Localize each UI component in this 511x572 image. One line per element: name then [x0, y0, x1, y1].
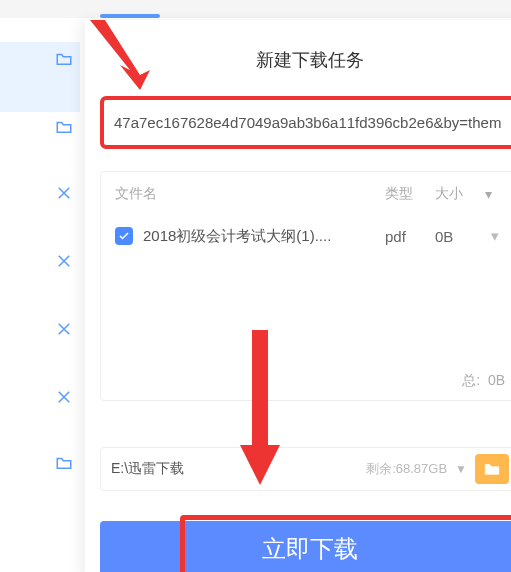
file-row[interactable]: 2018初级会计考试大纲(1).... pdf 0B ▾: [115, 216, 505, 256]
dialog-title: 新建下载任务: [100, 20, 511, 96]
col-name: 文件名: [115, 185, 385, 203]
total-size: 总: 0B: [462, 372, 505, 390]
chevron-down-icon[interactable]: ▼: [447, 462, 475, 476]
browse-folder-button[interactable]: [475, 454, 509, 484]
download-path-row: E:\迅雷下载 剩余:68.87GB ▼: [100, 447, 511, 491]
col-size: 大小: [435, 185, 485, 203]
download-button[interactable]: 立即下载: [100, 521, 511, 572]
file-list-header: 文件名 类型 大小 ▾: [115, 172, 505, 216]
file-checkbox[interactable]: [115, 227, 133, 245]
download-path-input[interactable]: E:\迅雷下载: [111, 460, 366, 478]
folder-icon: [55, 50, 73, 68]
file-size: 0B: [435, 228, 485, 245]
file-type: pdf: [385, 228, 435, 245]
file-name: 2018初级会计考试大纲(1)....: [143, 227, 385, 246]
folder-icon: [55, 118, 73, 136]
folder-icon: [55, 454, 73, 472]
close-icon: [55, 184, 73, 202]
close-icon: [55, 252, 73, 270]
new-download-dialog: 新建下载任务 47a7ec167628e4d7049a9ab3b6a11fd39…: [85, 20, 511, 572]
chevron-down-icon[interactable]: ▾: [485, 227, 505, 245]
close-icon: [55, 388, 73, 406]
annotation-highlight: [180, 515, 511, 572]
col-type: 类型: [385, 185, 435, 203]
disk-remaining: 剩余:68.87GB: [366, 460, 447, 478]
background-sidebar: [0, 0, 80, 572]
close-icon: [55, 320, 73, 338]
file-list-panel: 文件名 类型 大小 ▾ 2018初级会计考试大纲(1).... pdf 0B ▾…: [100, 171, 511, 401]
download-url-input[interactable]: 47a7ec167628e4d7049a9ab3b6a11fd396cb2e6&…: [100, 96, 511, 149]
chevron-down-icon[interactable]: ▾: [485, 186, 505, 202]
